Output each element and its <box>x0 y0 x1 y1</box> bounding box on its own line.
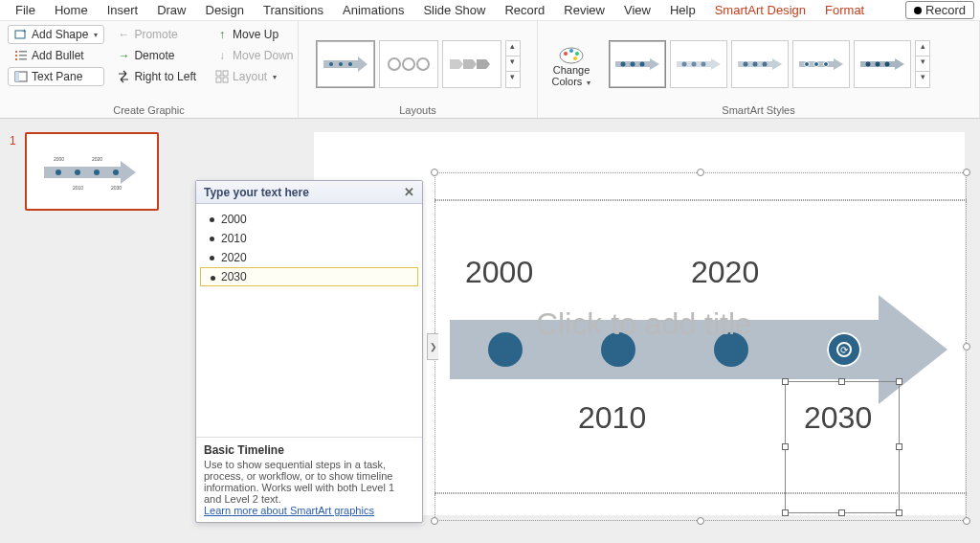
text-pane-label: Text Pane <box>32 70 82 83</box>
record-button[interactable]: Record <box>905 1 974 19</box>
add-bullet-button[interactable]: Add Bullet <box>8 46 104 65</box>
resize-handle[interactable] <box>782 378 789 385</box>
move-up-button[interactable]: ↑ Move Up <box>209 25 300 44</box>
resize-handle-e[interactable] <box>963 343 970 351</box>
timeline-dot-4[interactable]: ⟳ <box>827 332 861 367</box>
svg-rect-7 <box>19 58 27 60</box>
menu-insert[interactable]: Insert <box>98 1 148 19</box>
gallery-more-icon[interactable]: ▾ <box>506 72 520 87</box>
resize-handle-sw[interactable] <box>431 517 438 525</box>
style-option-2[interactable] <box>670 40 727 88</box>
menu-slideshow[interactable]: Slide Show <box>413 1 495 19</box>
shape-selection-box[interactable] <box>785 381 900 513</box>
change-colors-button[interactable]: Change Colors ▾ <box>546 41 597 87</box>
menu-file[interactable]: File <box>6 1 45 19</box>
svg-marker-36 <box>711 58 721 70</box>
text-pane-list[interactable]: 2000 2010 2020 2030 <box>196 204 422 437</box>
chevron-down-icon: ▾ <box>94 31 98 39</box>
menu-draw[interactable]: Draw <box>147 1 195 19</box>
style-option-3[interactable] <box>731 40 789 88</box>
text-pane-item[interactable]: 2020 <box>200 248 418 267</box>
rotate-handle-icon[interactable]: ⟳ <box>836 342 852 357</box>
style-option-4[interactable] <box>792 40 850 88</box>
svg-point-16 <box>329 62 333 66</box>
close-icon[interactable]: ✕ <box>404 185 414 199</box>
menu-smartart-design[interactable]: SmartArt Design <box>705 1 815 19</box>
menu-transitions[interactable]: Transitions <box>254 1 333 19</box>
resize-handle[interactable] <box>782 443 789 450</box>
svg-text:+: + <box>22 28 27 35</box>
svg-point-18 <box>348 62 352 66</box>
move-down-button[interactable]: ↓ Move Down <box>209 46 300 65</box>
styles-gallery-scroll[interactable]: ▴ ▾ ▾ <box>915 40 930 88</box>
layout-option-3[interactable] <box>442 40 501 88</box>
text-pane-item[interactable]: 2030 <box>200 267 418 286</box>
rtl-label: Right to Left <box>134 70 196 83</box>
arrow-right-icon: → <box>117 49 130 62</box>
promote-label: Promote <box>134 28 177 41</box>
text-pane-header[interactable]: Type your text here ✕ <box>196 181 422 204</box>
move-down-label: Move Down <box>233 49 293 62</box>
resize-handle-nw[interactable] <box>431 169 438 176</box>
resize-handle[interactable] <box>896 443 902 450</box>
demote-button[interactable]: → Demote <box>110 46 203 65</box>
learn-more-link[interactable]: Learn more about SmartArt graphics <box>204 505 374 516</box>
right-to-left-button[interactable]: Right to Left <box>110 67 203 86</box>
layout-option-2[interactable] <box>379 40 438 88</box>
year-label-1[interactable]: 2000 <box>465 255 533 290</box>
resize-handle[interactable] <box>896 509 902 516</box>
svg-point-19 <box>389 58 400 70</box>
svg-text:2000: 2000 <box>54 156 64 162</box>
gallery-up-icon[interactable]: ▴ <box>506 41 520 57</box>
resize-handle-n[interactable] <box>697 169 704 176</box>
resize-handle[interactable] <box>838 509 845 516</box>
resize-handle-ne[interactable] <box>963 169 970 176</box>
menu-record[interactable]: Record <box>495 1 554 19</box>
record-dot-icon <box>914 7 922 14</box>
text-pane-item[interactable]: 2010 <box>200 229 418 248</box>
promote-button[interactable]: ← Promote <box>110 25 203 44</box>
gallery-down-icon[interactable]: ▾ <box>506 57 520 72</box>
svg-point-33 <box>631 61 635 66</box>
svg-text:2010: 2010 <box>73 185 83 191</box>
resize-handle-se[interactable] <box>963 517 970 525</box>
add-shape-button[interactable]: + Add Shape ▾ <box>8 25 104 44</box>
resize-handle[interactable] <box>838 378 845 385</box>
text-pane-item[interactable]: 2000 <box>200 210 418 229</box>
layout-button[interactable]: Layout ▾ <box>209 67 300 86</box>
resize-handle[interactable] <box>896 378 902 385</box>
style-option-5[interactable] <box>854 40 911 88</box>
menu-design[interactable]: Design <box>196 1 254 19</box>
year-label-2[interactable]: 2010 <box>578 400 646 436</box>
resize-handle-s[interactable] <box>697 517 704 525</box>
timeline-dot-1[interactable] <box>488 332 523 367</box>
year-label-3[interactable]: 2020 <box>691 255 759 290</box>
text-pane-toggle-tab[interactable]: ❯ <box>427 333 438 360</box>
svg-point-47 <box>805 61 810 66</box>
layouts-gallery-scroll[interactable]: ▴ ▾ ▾ <box>505 40 521 88</box>
layout-icon <box>215 70 229 83</box>
gallery-down-icon[interactable]: ▾ <box>916 57 929 72</box>
text-pane-icon <box>14 70 28 83</box>
menu-home[interactable]: Home <box>45 1 98 19</box>
resize-handle[interactable] <box>782 509 789 516</box>
slide-thumbnail-1[interactable]: 20002020 20102030 <box>25 132 159 211</box>
ribbon-group-layouts: ▴ ▾ ▾ Layouts <box>299 21 538 118</box>
menu-view[interactable]: View <box>614 1 660 19</box>
svg-point-34 <box>640 61 645 66</box>
menu-animations[interactable]: Animations <box>333 1 413 19</box>
text-pane-footer-desc: Use to show sequential steps in a task, … <box>204 459 414 505</box>
menu-review[interactable]: Review <box>554 1 614 19</box>
layout-option-1[interactable] <box>316 40 375 88</box>
gallery-up-icon[interactable]: ▴ <box>916 41 929 57</box>
menu-help[interactable]: Help <box>660 1 705 19</box>
svg-point-48 <box>814 61 819 66</box>
bullet-list-icon <box>14 49 28 62</box>
gallery-more-icon[interactable]: ▾ <box>916 72 929 87</box>
style-option-1[interactable] <box>609 40 666 88</box>
title-placeholder[interactable]: Click to add title <box>536 306 752 342</box>
text-pane-button[interactable]: Text Pane <box>8 67 104 86</box>
menu-format[interactable]: Format <box>815 1 874 19</box>
change-colors-label2: Colors ▾ <box>552 76 591 87</box>
svg-point-43 <box>753 61 758 66</box>
